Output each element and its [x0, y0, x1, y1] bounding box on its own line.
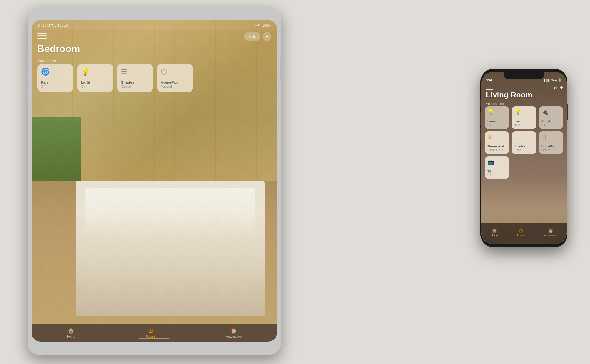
iphone-shades-icon: ☰	[514, 134, 533, 141]
light-name: Light	[81, 80, 110, 85]
ipad-device: 9:41 AM Tue Sep 10 WiFi 100% Edit + Bed	[28, 7, 281, 355]
thermostat-name: Thermostat	[487, 145, 507, 148]
edit-button[interactable]: Edit	[244, 32, 260, 41]
iphone-shades-name: Shades	[514, 145, 533, 148]
tv-icon: 📺	[487, 159, 507, 166]
tab-home[interactable]: 🏠 Home	[67, 327, 75, 338]
lamp-off-status: Off	[487, 123, 507, 126]
light-status: Off	[81, 85, 110, 88]
battery-level: 100%	[262, 24, 271, 27]
homepod-icon: ⬡	[161, 67, 189, 76]
iphone-card-shades[interactable]: ☰ Shades Open	[512, 131, 536, 154]
tv-status: On	[487, 173, 507, 176]
home-icon: 🏠	[68, 327, 74, 334]
ipad-screen: 9:41 AM Tue Sep 10 WiFi 100% Edit + Bed	[32, 20, 277, 342]
ipad-volume-down-button	[27, 88, 28, 103]
iphone-room-title: Living Room	[486, 90, 532, 99]
iphone-device: 9:41 ▌▌▌ WiFi 🔋 Edit + Livi	[480, 69, 567, 247]
ipad-power-button	[280, 58, 282, 79]
shades-status: Closed	[121, 85, 149, 88]
iphone-mute-button	[480, 99, 481, 107]
wifi-icon: WiFi	[255, 24, 261, 27]
ipad-time: 9:41 AM Tue Sep 10	[38, 24, 68, 27]
iphone-ui-layer: 9:41 ▌▌▌ WiFi 🔋 Edit + Livi	[481, 72, 567, 244]
iphone-automation-label: Automation	[544, 234, 557, 237]
iphone-homepod-status: Playing	[541, 148, 561, 151]
iphone-automation-icon: ⏰	[548, 228, 553, 234]
iphone-power-button	[567, 104, 568, 120]
outlet-status: Off	[541, 123, 561, 126]
iphone-card-thermostat[interactable]: 🌡 Thermostat Cooling to 68°	[485, 131, 509, 154]
iphone-notch	[504, 72, 544, 79]
accessory-card-light[interactable]: 💡 Light Off	[77, 64, 113, 92]
iphone-top-right-buttons: Edit +	[552, 84, 563, 91]
iphone-menu-button[interactable]	[486, 85, 493, 90]
iphone-tab-home[interactable]: 🏠 Home	[491, 228, 498, 237]
lamp-off-name: Lamp	[487, 120, 507, 123]
iphone-card-tv[interactable]: 📺 TV On	[485, 156, 509, 179]
automation-tab-label: Automation	[226, 335, 242, 338]
fan-icon: 🌀	[41, 67, 70, 76]
iphone-signal-icon: ▌▌▌	[544, 79, 550, 82]
iphone-status-right: ▌▌▌ WiFi 🔋	[544, 78, 562, 82]
iphone-add-button[interactable]: +	[560, 84, 563, 91]
lamp-on-status: 40%	[514, 123, 533, 126]
light-icon: 💡	[81, 67, 110, 76]
iphone-rooms-icon: ⊞	[519, 228, 523, 234]
iphone-accessory-grid: 💡 Lamp Off 💡 Lamp 40%	[485, 106, 563, 179]
accessory-card-fan[interactable]: 🌀 Fan Off	[37, 64, 73, 92]
iphone-tab-automation[interactable]: ⏰ Automation	[544, 228, 557, 237]
fan-status: Off	[41, 85, 70, 88]
iphone-edit-button[interactable]: Edit	[552, 84, 558, 91]
accessory-card-homepod[interactable]: ⬡ HomePod Paused	[157, 64, 193, 92]
homepod-status: Paused	[161, 85, 189, 88]
automation-icon: ⏰	[230, 327, 237, 334]
rooms-icon: ⊞	[148, 327, 153, 334]
iphone-tabbar: 🏠 Home ⊞ Rooms ⏰ Automation	[481, 223, 567, 244]
home-tab-label: Home	[67, 335, 75, 338]
ipad-room-title: Bedroom	[37, 43, 80, 54]
accessory-card-shades[interactable]: ☰ Shades Closed	[117, 64, 153, 92]
iphone-battery-icon: 🔋	[558, 78, 562, 82]
iphone-shades-status: Open	[514, 148, 533, 151]
iphone-wifi-icon: WiFi	[551, 79, 557, 82]
homepod-name: HomePod	[161, 80, 189, 85]
iphone-volume-up-button	[480, 112, 481, 125]
menu-button[interactable]	[37, 32, 47, 39]
ipad-accessories-label: Accessories	[37, 58, 59, 63]
tab-rooms[interactable]: ⊞ Rooms	[146, 327, 156, 338]
outlet-icon: 🔌	[541, 109, 561, 116]
iphone-time: 9:41	[486, 78, 493, 82]
tab-automation[interactable]: ⏰ Automation	[226, 327, 242, 338]
add-button[interactable]: +	[263, 32, 271, 41]
lamp-on-icon: 💡	[514, 109, 533, 116]
iphone-rooms-label: Rooms	[517, 234, 525, 237]
iphone-homepod-icon: ⬡	[541, 134, 561, 141]
lamp-on-name: Lamp	[514, 120, 533, 123]
ipad-ui-layer: 9:41 AM Tue Sep 10 WiFi 100% Edit + Bed	[32, 20, 277, 342]
ipad-status-bar: 9:41 AM Tue Sep 10 WiFi 100%	[32, 20, 277, 30]
scene: 9:41 AM Tue Sep 10 WiFi 100% Edit + Bed	[0, 0, 590, 364]
home-indicator	[139, 338, 170, 339]
iphone-home-indicator	[512, 242, 536, 242]
iphone-tab-rooms[interactable]: ⊞ Rooms	[517, 228, 525, 237]
iphone-volume-down-button	[480, 128, 481, 141]
fan-name: Fan	[41, 80, 70, 85]
lamp-off-icon: 💡	[487, 109, 507, 116]
tv-name: TV	[487, 170, 507, 173]
iphone-card-lamp-on[interactable]: 💡 Lamp 40%	[512, 106, 536, 129]
shades-name: Shades	[121, 80, 149, 85]
ipad-status-right: WiFi 100%	[255, 24, 271, 27]
iphone-home-icon: 🏠	[491, 228, 497, 234]
ipad-volume-up-button	[27, 69, 28, 84]
thermostat-icon: 🌡	[487, 134, 507, 141]
thermostat-status: Cooling to 68°	[487, 148, 507, 151]
iphone-screen: 9:41 ▌▌▌ WiFi 🔋 Edit + Livi	[481, 72, 567, 244]
shades-icon: ☰	[121, 67, 149, 76]
iphone-homepod-name: HomePod	[541, 145, 561, 148]
iphone-home-label: Home	[491, 234, 498, 237]
iphone-card-lamp-off[interactable]: 💡 Lamp Off	[485, 106, 509, 129]
ipad-accessory-cards: 🌀 Fan Off 💡 Light Off	[37, 64, 193, 92]
iphone-card-outlet[interactable]: 🔌 Outlet Off	[539, 106, 563, 129]
iphone-card-homepod[interactable]: ⬡ HomePod Playing	[539, 131, 563, 154]
